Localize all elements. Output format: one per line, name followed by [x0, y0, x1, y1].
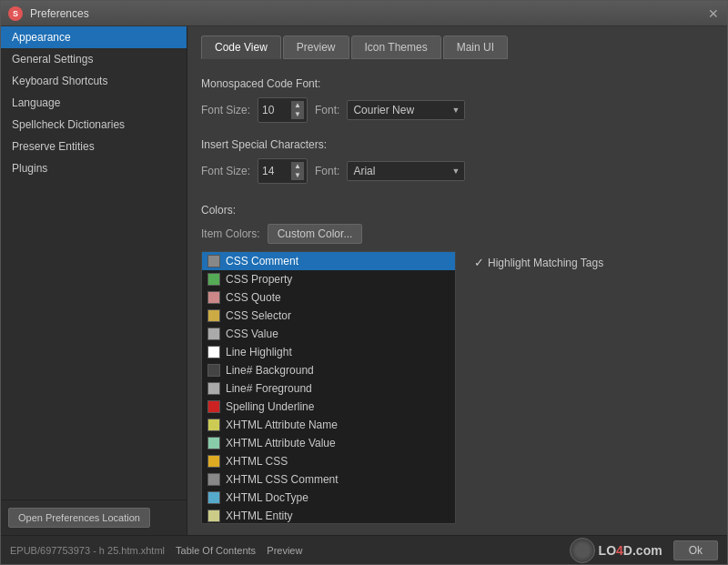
insert-font-size-input[interactable]: ▲ ▼ [258, 158, 308, 184]
insert-font-select[interactable]: Arial Verdana Tahoma Times New Roman [347, 161, 465, 181]
color-item-xhtml-attr-value[interactable]: XHTML Attribute Value [202, 434, 455, 452]
color-swatch-line-fg [207, 382, 220, 395]
color-item-label: CSS Value [226, 328, 278, 340]
insert-font-size-field[interactable] [262, 165, 289, 177]
color-swatch-xhtml-css [207, 455, 220, 468]
sidebar-bottom: Open Preferences Location [1, 499, 187, 535]
tab-icon-themes[interactable]: Icon Themes [351, 35, 441, 59]
color-swatch-xhtml-attr-value [207, 437, 220, 449]
colors-label: Colors: [201, 204, 713, 217]
open-preferences-button[interactable]: Open Preferences Location [8, 508, 150, 528]
custom-color-button[interactable]: Custom Color... [268, 224, 363, 244]
mono-font-size-input[interactable]: ▲ ▼ [258, 97, 308, 123]
highlight-matching-tags[interactable]: ✓ Highlight Matching Tags [474, 256, 603, 269]
bottom-bar: EPUB/697753973 - h 25.htm.xhtml Table Of… [1, 535, 727, 564]
highlight-check-area: ✓ Highlight Matching Tags [474, 251, 603, 269]
toc-link[interactable]: Table Of Contents [176, 545, 256, 556]
colors-section: Colors: Item Colors: Custom Color... CSS… [201, 199, 713, 524]
color-item-xhtml-doctype[interactable]: XHTML DocType [202, 489, 455, 507]
highlight-label: Highlight Matching Tags [488, 257, 603, 269]
mono-font-select[interactable]: Courier New Consolas Lucida Console Mona… [347, 100, 465, 120]
color-item-label: CSS Comment [226, 255, 298, 267]
color-item-label: CSS Property [226, 273, 292, 286]
titlebar: S Preferences ✕ [1, 1, 727, 26]
sidebar-item-keyboard-shortcuts[interactable]: Keyboard Shortcuts [1, 70, 187, 92]
color-swatch-css-property [207, 273, 220, 286]
sidebar-item-preserve-entities[interactable]: Preserve Entities [1, 136, 187, 157]
insert-font-select-wrapper: Arial Verdana Tahoma Times New Roman [347, 161, 465, 181]
insert-special-row: Font Size: ▲ ▼ Font: Arial Verdana Tahom… [201, 158, 713, 184]
insert-special-label: Insert Special Characters: [201, 138, 713, 151]
logo-icon [570, 538, 595, 563]
color-item-label: XHTML CSS [226, 455, 288, 468]
mono-font-select-wrapper: Courier New Consolas Lucida Console Mona… [347, 100, 465, 120]
ok-button[interactable]: Ok [673, 540, 718, 560]
color-swatch-css-value [207, 328, 220, 340]
color-item-line-bg[interactable]: Line# Background [202, 361, 455, 379]
colors-row-outer: CSS Comment CSS Property CSS Quote [201, 251, 713, 524]
color-item-label: XHTML DocType [226, 491, 308, 504]
window-title: Preferences [30, 7, 707, 20]
insert-font-size-up[interactable]: ▲ [291, 162, 304, 171]
mono-font-size-arrows: ▲ ▼ [291, 101, 304, 119]
mono-font-size-down[interactable]: ▼ [291, 110, 304, 119]
color-swatch-xhtml-entity [207, 510, 220, 522]
right-panel: Code View Preview Icon Themes Main UI Mo… [187, 26, 727, 535]
color-item-line-highlight[interactable]: Line Highlight [202, 343, 455, 361]
sidebar-item-general-settings[interactable]: General Settings [1, 48, 187, 70]
color-swatch-xhtml-attr-name [207, 419, 220, 431]
color-item-xhtml-css[interactable]: XHTML CSS [202, 452, 455, 470]
insert-font-size-down[interactable]: ▼ [291, 171, 304, 180]
logo-area: LO4D.com Ok [570, 538, 718, 563]
main-content: Appearance General Settings Keyboard Sho… [1, 26, 727, 535]
color-item-spelling[interactable]: Spelling Underline [202, 398, 455, 416]
color-item-css-property[interactable]: CSS Property [202, 270, 455, 288]
sidebar-item-spellcheck[interactable]: Spellcheck Dictionaries [1, 114, 187, 136]
mono-font-size-label: Font Size: [201, 104, 250, 116]
insert-font-label: Font: [315, 165, 339, 177]
color-item-line-fg[interactable]: Line# Foreground [202, 379, 455, 398]
tab-main-ui[interactable]: Main UI [443, 35, 508, 59]
color-item-css-quote[interactable]: CSS Quote [202, 288, 455, 307]
colors-list: CSS Comment CSS Property CSS Quote [201, 251, 456, 524]
preferences-window: S Preferences ✕ Appearance General Setti… [0, 0, 728, 565]
sidebar-item-language[interactable]: Language [1, 92, 187, 114]
mono-font-label: Font: [315, 104, 339, 116]
color-swatch-xhtml-doctype [207, 491, 220, 504]
sidebar: Appearance General Settings Keyboard Sho… [1, 26, 187, 535]
color-item-css-selector[interactable]: CSS Selector [202, 307, 455, 325]
sidebar-item-appearance[interactable]: Appearance [1, 26, 187, 48]
color-swatch-css-selector [207, 309, 220, 322]
item-colors-row: Item Colors: Custom Color... [201, 224, 713, 244]
color-item-label: CSS Quote [226, 291, 281, 304]
color-item-label: XHTML Attribute Name [226, 419, 338, 431]
color-item-css-comment[interactable]: CSS Comment [202, 252, 455, 270]
color-swatch-css-comment [207, 255, 220, 267]
color-item-label: Line# Background [226, 364, 314, 377]
mono-font-size-field[interactable] [262, 104, 289, 116]
color-item-label: Spelling Underline [226, 400, 314, 413]
logo-text: LO4D.com [599, 543, 662, 558]
color-item-label: XHTML Entity [226, 510, 293, 522]
mono-font-size-up[interactable]: ▲ [291, 101, 304, 110]
color-item-css-value[interactable]: CSS Value [202, 325, 455, 343]
preview-link[interactable]: Preview [267, 545, 302, 556]
sidebar-item-plugins[interactable]: Plugins [1, 157, 187, 179]
tabs: Code View Preview Icon Themes Main UI [201, 35, 713, 59]
color-item-label: Line Highlight [226, 346, 292, 358]
close-button[interactable]: ✕ [707, 7, 720, 20]
color-swatch-css-quote [207, 291, 220, 304]
color-item-xhtml-entity[interactable]: XHTML Entity [202, 507, 455, 524]
color-item-label: Line# Foreground [226, 382, 312, 395]
monospaced-font-row: Font Size: ▲ ▼ Font: Courier New Consola… [201, 97, 713, 123]
checkmark-icon: ✓ [474, 256, 484, 269]
color-item-xhtml-css-comment[interactable]: XHTML CSS Comment [202, 470, 455, 489]
color-item-xhtml-attr-name[interactable]: XHTML Attribute Name [202, 416, 455, 434]
tab-preview[interactable]: Preview [283, 35, 349, 59]
status-text: EPUB/697753973 - h 25.htm.xhtml [10, 545, 165, 556]
item-colors-label: Item Colors: [201, 227, 260, 240]
color-swatch-line-bg [207, 364, 220, 377]
color-swatch-spelling [207, 400, 220, 413]
insert-font-size-arrows: ▲ ▼ [291, 162, 304, 180]
tab-code-view[interactable]: Code View [201, 35, 281, 59]
